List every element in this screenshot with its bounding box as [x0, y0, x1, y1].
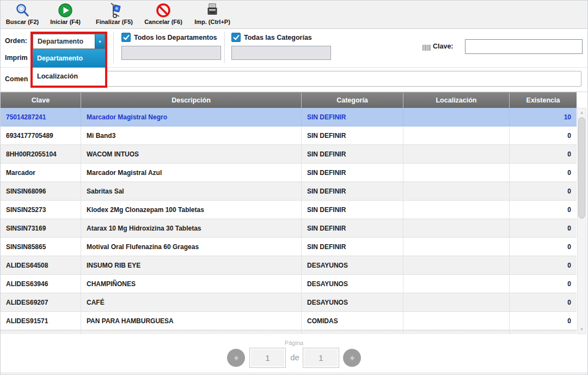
cell-clave: 75014287241	[1, 108, 81, 126]
table-header-row: Clave Descripción Categoría Localización…	[1, 92, 577, 108]
cell-descripcion: Klodex 2Mg Clonazepam 100 Tabletas	[81, 201, 302, 219]
cell-clave: SINSIN68096	[1, 182, 81, 200]
cell-existencia: 0	[510, 293, 577, 311]
iniciar-button[interactable]: Iniciar (F4)	[41, 2, 90, 25]
imprimir-label: Imprim	[5, 54, 28, 62]
cell-existencia: 0	[510, 256, 577, 274]
cell-clave: ALIDES63946	[1, 275, 81, 293]
todas-categorias-checkbox[interactable]	[231, 33, 241, 42]
pagina-label: Página	[1, 340, 587, 346]
table-row[interactable]: SINSIN73169 Atarax 10 Mg Hidroxizina 30 …	[1, 219, 577, 238]
vertical-scrollbar[interactable]: ▲ ▼	[577, 108, 586, 334]
column-header[interactable]: Clave	[1, 93, 81, 108]
table-row[interactable]: 8HH00R2055104 WACOM INTUOS SIN DEFINIR 0	[1, 145, 577, 164]
cell-clave: Marcador	[1, 164, 81, 182]
comentario-input[interactable]	[33, 71, 581, 87]
cell-localizacion	[403, 275, 510, 293]
cell-existencia: 0	[510, 201, 577, 219]
cell-localizacion	[403, 238, 510, 256]
table-row[interactable]: 6934177705489 Mi Band3 SIN DEFINIR 0	[1, 126, 577, 145]
cell-localizacion	[403, 293, 510, 311]
table-row[interactable]: ALIDES63946 CHAMPIÑONES DESAYUNOS 0	[1, 275, 577, 293]
cell-categoria: SIN DEFINIR	[302, 126, 403, 144]
cell-clave: SINSIN85865	[1, 238, 81, 256]
cell-clave: 8HH00R2055104	[1, 145, 81, 163]
partial-row	[1, 330, 577, 334]
cell-descripcion: PAN PARA HAMBURGUESA	[81, 312, 302, 330]
pagina-de-label: de	[287, 353, 303, 362]
previous-page-button[interactable]	[227, 349, 245, 367]
orden-combobox[interactable]: Departamento ▼	[33, 34, 105, 49]
cell-categoria: SIN DEFINIR	[302, 145, 403, 163]
cell-existencia: 0	[510, 126, 577, 144]
column-header[interactable]: Categoría	[302, 93, 403, 108]
todos-departamentos-group: Todos los Departamentos	[121, 33, 217, 42]
cell-clave: SINSIN25273	[1, 201, 81, 219]
next-page-button[interactable]	[343, 349, 361, 367]
cancel-icon	[155, 2, 171, 19]
arrow-right-icon	[346, 352, 358, 364]
scroll-down-icon[interactable]: ▼	[578, 327, 586, 332]
imprimir-button[interactable]: Imp. (Ctrl+P)	[188, 2, 237, 25]
column-header[interactable]: Existencia	[510, 93, 577, 108]
cell-categoria: DESAYUNOS	[302, 256, 403, 274]
cell-descripcion: Sabritas Sal	[81, 182, 302, 200]
column-header[interactable]: Descripción	[81, 93, 302, 108]
window-bottom-edge	[1, 373, 587, 373]
cell-existencia: 0	[510, 164, 577, 182]
table-row[interactable]: SINSIN25273 Klodex 2Mg Clonazepam 100 Ta…	[1, 201, 577, 219]
orden-dropdown-annotation: Departamento ▼ Departamento Localización	[30, 32, 107, 88]
handtruck-icon	[106, 2, 122, 19]
buscar-button[interactable]: Buscar (F2)	[4, 2, 41, 25]
todos-departamentos-checkbox[interactable]	[121, 33, 131, 42]
cell-existencia: 0	[510, 238, 577, 256]
orden-options-list: Departamento Localización	[33, 49, 105, 84]
cell-descripcion: CHAMPIÑONES	[81, 275, 302, 293]
cell-clave: ALIDES91571	[1, 312, 81, 330]
table-row[interactable]: Marcador Marcador Magistral Azul SIN DEF…	[1, 164, 577, 182]
cell-categoria: SIN DEFINIR	[302, 219, 403, 237]
column-header[interactable]: Localización	[403, 93, 510, 108]
cell-categoria: DESAYUNOS	[302, 293, 403, 311]
cell-existencia: 0	[510, 182, 577, 200]
dropdown-option[interactable]: Departamento	[33, 49, 105, 68]
finalizar-button[interactable]: Finalizar (F5)	[90, 2, 139, 25]
table-row[interactable]: ALIDES64508 INSUMO RIB EYE DESAYUNOS 0	[1, 256, 577, 275]
cell-categoria: DESAYUNOS	[302, 275, 403, 293]
table-row[interactable]: SINSIN85865 Motival Oral Flufenazina 60 …	[1, 238, 577, 256]
cell-categoria: SIN DEFINIR	[302, 238, 403, 256]
cell-localizacion	[403, 256, 510, 274]
search-icon	[14, 2, 30, 19]
table-body: 75014287241 Marcador Magistral Negro SIN…	[1, 108, 577, 330]
comentario-label: Comen	[5, 75, 28, 83]
chevron-down-icon[interactable]: ▼	[95, 34, 105, 49]
clave-input[interactable]	[465, 39, 583, 54]
todas-categorias-group: Todas las Categorías	[231, 33, 312, 42]
table-row[interactable]: SINSIN68096 Sabritas Sal SIN DEFINIR 0	[1, 182, 577, 201]
cell-clave: SINSIN73169	[1, 219, 81, 237]
table-row[interactable]: ALIDES91571 PAN PARA HAMBURGUESA COMIDAS…	[1, 312, 577, 330]
cell-descripcion: Mi Band3	[81, 126, 302, 144]
cancelar-button[interactable]: Cancelar (F6)	[139, 2, 188, 25]
cell-descripcion: Atarax 10 Mg Hidroxizina 30 Tabletas	[81, 219, 302, 237]
cell-clave: ALIDES64508	[1, 256, 81, 274]
cell-categoria: SIN DEFINIR	[302, 108, 403, 126]
cell-descripcion: WACOM INTUOS	[81, 145, 302, 163]
play-icon	[57, 2, 74, 19]
cell-existencia: 0	[510, 312, 577, 330]
cell-categoria: SIN DEFINIR	[302, 201, 403, 219]
cell-existencia: 0	[510, 275, 577, 293]
divider	[224, 32, 225, 63]
cell-localizacion	[403, 126, 510, 144]
cell-localizacion	[403, 312, 510, 330]
cell-categoria: SIN DEFINIR	[302, 164, 403, 182]
current-page-input[interactable]	[249, 348, 286, 368]
dropdown-option[interactable]: Localización	[33, 68, 105, 84]
orden-label: Orden:	[5, 37, 27, 45]
scroll-up-icon[interactable]: ▲	[578, 110, 586, 115]
cell-existencia: 0	[510, 219, 577, 237]
cell-existencia: 0	[510, 145, 577, 163]
table-row[interactable]: ALIDES69207 CAFÉ DESAYUNOS 0	[1, 293, 577, 312]
scrollbar-thumb[interactable]	[578, 117, 585, 219]
table-row[interactable]: 75014287241 Marcador Magistral Negro SIN…	[1, 108, 577, 126]
